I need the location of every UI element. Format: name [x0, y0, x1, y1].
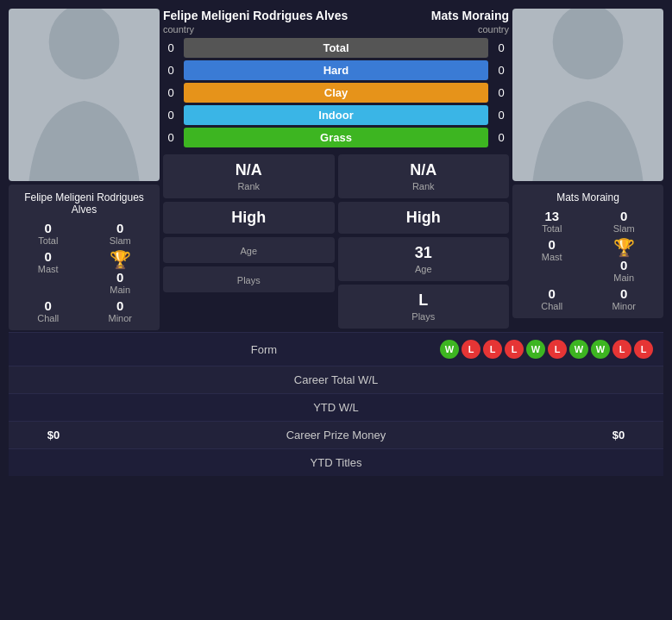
right-player-block: Mats Moraing 13 Total 0 Slam 0 Mast: [512, 9, 663, 318]
right-minor-val: 0: [592, 286, 657, 301]
right-mid-panel: N/A Rank High 31 Age L Plays: [338, 154, 510, 329]
left-mid-panel: N/A Rank High Age Plays: [163, 154, 335, 329]
career-wl-label: Career Total W/L: [88, 373, 584, 386]
left-chall-val: 0: [16, 298, 81, 313]
ytd-wl-label: YTD W/L: [88, 401, 584, 414]
form-badge-l: L: [548, 340, 567, 359]
left-minor-block: 0 Minor: [88, 298, 154, 323]
hard-score-left: 0: [163, 64, 179, 77]
left-minor-val: 0: [88, 298, 154, 313]
top-section: Felipe Meligeni Rodrigues Alves 0 Total …: [9, 9, 663, 330]
grass-line: 0 Grass 0: [163, 128, 509, 147]
career-prize-row: $0 Career Prize Money $0: [9, 421, 663, 448]
right-player-photo: [512, 9, 663, 181]
left-slam-lbl: Slam: [88, 235, 154, 246]
left-chall-lbl: Chall: [16, 313, 81, 323]
left-total-lbl: Total: [16, 235, 81, 246]
clay-score-right: 0: [493, 86, 509, 99]
right-player-name: Mats Moraing: [519, 191, 656, 204]
left-chall-block: 0 Chall: [16, 298, 81, 323]
form-badge-w: W: [526, 340, 545, 359]
left-mast-val: 0: [16, 249, 81, 264]
right-name-text: Mats Moraing: [431, 9, 509, 22]
right-name-header: Mats Moraing country: [431, 9, 509, 34]
hard-score-right: 0: [493, 64, 509, 77]
mid-stat-panels: N/A Rank High Age Plays: [163, 154, 509, 329]
career-prize-label: Career Prize Money: [88, 429, 584, 442]
career-wl-row: Career Total W/L: [9, 366, 663, 393]
form-badge-l: L: [505, 340, 524, 359]
indoor-score-left: 0: [163, 109, 179, 122]
right-plays-lbl: Plays: [345, 311, 503, 322]
main-container: Felipe Meligeni Rodrigues Alves 0 Total …: [0, 0, 672, 485]
right-total-block: 13 Total: [519, 209, 585, 234]
indoor-label: Indoor: [184, 105, 488, 125]
total-score-right: 0: [493, 41, 509, 54]
right-main-val: 0: [620, 258, 627, 272]
ytd-wl-row: YTD W/L: [9, 393, 663, 421]
left-name-text: Felipe Meligeni Rodrigues Alves: [163, 9, 348, 22]
right-age-val: 31: [345, 244, 503, 262]
bottom-section: Form WLLLWLWWLL Career Total W/L YTD W/L…: [9, 332, 663, 476]
left-total-val: 0: [16, 221, 81, 235]
form-badge-l: L: [483, 340, 502, 359]
right-chall-lbl: Chall: [519, 301, 585, 311]
total-label: Total: [184, 38, 488, 58]
right-main-lbl: Main: [613, 272, 634, 283]
right-mast-block: 0 Mast: [519, 237, 585, 283]
left-high-box: High: [163, 202, 335, 234]
left-trophy-main: 🏆 0 Main: [88, 249, 154, 295]
right-rank-box: N/A Rank: [338, 154, 510, 198]
right-plays-box: L Plays: [338, 285, 510, 329]
left-rank-box: N/A Rank: [163, 154, 335, 198]
right-age-lbl: Age: [345, 264, 503, 274]
right-mast-val: 0: [519, 237, 585, 252]
right-high-box: High: [338, 202, 510, 234]
form-badge-w: W: [440, 340, 459, 359]
right-trophy-icon: 🏆: [613, 237, 635, 258]
right-mast-lbl: Mast: [519, 252, 585, 262]
left-slam-block: 0 Slam: [88, 221, 154, 246]
grass-score-left: 0: [163, 131, 179, 144]
right-minor-block: 0 Minor: [592, 286, 657, 311]
svg-point-0: [49, 9, 120, 80]
hard-label: Hard: [184, 60, 488, 80]
left-rank-val: N/A: [170, 161, 328, 179]
form-badge-l: L: [612, 340, 631, 359]
left-high-val: High: [170, 209, 328, 227]
clay-label: Clay: [184, 83, 488, 103]
full-layout: Felipe Meligeni Rodrigues Alves 0 Total …: [9, 9, 663, 476]
grass-label: Grass: [184, 128, 488, 147]
ytd-titles-row: YTD Titles: [9, 448, 663, 476]
left-minor-lbl: Minor: [88, 313, 154, 323]
right-minor-lbl: Minor: [592, 301, 657, 311]
form-label: Form: [88, 343, 440, 356]
left-total-block: 0 Total: [16, 221, 81, 246]
left-name-header: Felipe Meligeni Rodrigues Alves country: [163, 9, 348, 34]
right-trophy-main: 🏆 0 Main: [592, 237, 657, 283]
right-high-val: High: [345, 209, 503, 227]
hard-line: 0 Hard 0: [163, 60, 509, 80]
mid-block: Felipe Meligeni Rodrigues Alves country …: [163, 9, 509, 329]
clay-score-left: 0: [163, 86, 179, 99]
indoor-line: 0 Indoor 0: [163, 105, 509, 125]
right-slam-val: 0: [592, 209, 657, 223]
left-mast-block: 0 Mast: [16, 249, 81, 295]
total-line: 0 Total 0: [163, 38, 509, 58]
left-player-silhouette: [9, 9, 160, 181]
left-country: country: [163, 24, 348, 34]
form-badge-w: W: [591, 340, 610, 359]
right-slam-block: 0 Slam: [592, 209, 657, 234]
form-badges: WLLLWLWWLL: [440, 340, 653, 359]
total-score-left: 0: [163, 41, 179, 54]
form-badge-l: L: [462, 340, 480, 359]
surface-lines: 0 Total 0 0 Hard 0 0 Clay 0: [163, 38, 509, 147]
svg-point-1: [553, 9, 624, 80]
left-mast-lbl: Mast: [16, 264, 81, 274]
grass-score-right: 0: [493, 131, 509, 144]
right-rank-val: N/A: [345, 161, 503, 179]
right-chall-val: 0: [519, 286, 585, 301]
left-player-info: Felipe Meligeni Rodrigues Alves 0 Total …: [9, 185, 160, 330]
form-badge-w: W: [569, 340, 588, 359]
right-player-info: Mats Moraing 13 Total 0 Slam 0 Mast: [512, 185, 663, 318]
